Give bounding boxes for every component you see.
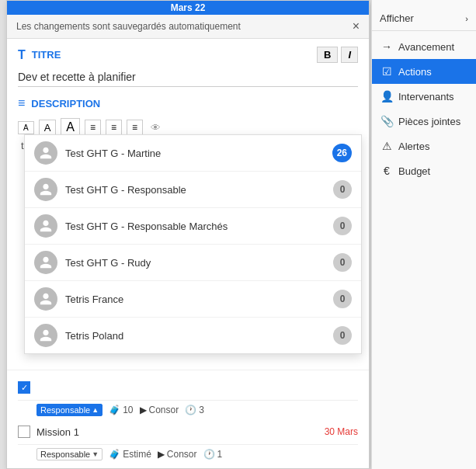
sidebar-item-actions[interactable]: ☑ Actions [372, 59, 476, 84]
responsable-label-1: Responsable [40, 450, 90, 459]
font-small-button[interactable]: A [18, 121, 34, 134]
title-toolbar: B I [317, 47, 358, 63]
dropdown-badge-4: 0 [333, 290, 352, 308]
bag-icon-0: 🧳 [109, 405, 120, 415]
title-section-row: T TITRE B I [18, 47, 358, 63]
consor-arrow-0: ▶ [140, 405, 147, 415]
action-meta-1: Responsable ▼ 🧳 Estimé ▶ Consor 🕐 1 [18, 445, 358, 464]
title-icon: T [18, 48, 26, 62]
bag-count-0: 10 [123, 405, 133, 415]
action-text-1: Mission 1 [36, 426, 79, 438]
alertes-icon: ⚠ [380, 140, 394, 152]
intervenants-label: Intervenants [398, 91, 454, 102]
consor-label-1: Consor [167, 449, 197, 460]
autosave-message: Les changements sont sauvegardés automat… [16, 21, 241, 32]
sidebar-header: Afficher › [372, 6, 476, 31]
eye-icon: 👁 [151, 122, 161, 134]
dropdown-item-2[interactable]: Test GHT G - Responsable Marchés 0 [25, 208, 361, 245]
clock-meta-0: 🕐 3 [185, 405, 204, 415]
modal-top-bar: Mars 22 [7, 1, 369, 15]
bag-icon-1: 🧳 [109, 449, 120, 460]
checkbox-1[interactable] [18, 426, 30, 438]
dropdown-badge-3: 0 [333, 253, 352, 272]
italic-button[interactable]: I [341, 47, 358, 63]
close-button[interactable]: × [353, 19, 360, 33]
consor-label-0: Consor [149, 405, 179, 415]
avatar-4 [34, 287, 57, 311]
dropdown-name-4: Tetris France [65, 294, 325, 305]
responsable-select-1[interactable]: Responsable ▼ [36, 448, 102, 460]
actions-icon: ☑ [380, 65, 394, 78]
top-bar-title: Mars 22 [171, 2, 206, 13]
clock-count-1: 1 [217, 449, 223, 460]
bold-button[interactable]: B [317, 47, 338, 63]
desc-section-row: ≡ DESCRIPTION [18, 96, 358, 110]
intervenants-icon: 👤 [380, 90, 394, 102]
sidebar-item-budget[interactable]: € Budget [372, 158, 476, 183]
desc-icon: ≡ [18, 96, 25, 110]
right-sidebar: Afficher › → Avancement ☑ Actions 👤 Inte… [371, 0, 476, 469]
dropdown-item-0[interactable]: Test GHT G - Martine 26 [25, 135, 361, 172]
consor-meta-0: ▶ Consor [140, 405, 179, 415]
afficher-label: Afficher [380, 12, 414, 24]
align-left-button[interactable]: ≡ [85, 120, 101, 135]
dropdown-name-5: Tetris Poland [65, 330, 325, 342]
avatar-1 [34, 178, 57, 201]
avatar-5 [34, 324, 57, 347]
dropdown-badge-0: 26 [332, 144, 352, 162]
responsable-arrow-0: ▲ [92, 406, 99, 414]
clock-icon-0: 🕐 [185, 405, 196, 415]
clock-count-0: 3 [199, 405, 204, 415]
title-section-label: TITRE [32, 49, 61, 61]
action-date-1: 30 Mars [325, 426, 358, 437]
consor-meta-1: ▶ Consor [158, 449, 197, 460]
avancement-icon: → [380, 40, 394, 53]
budget-icon: € [380, 165, 394, 177]
actions-label: Actions [398, 66, 432, 78]
avatar-0 [34, 141, 57, 165]
dropdown-name-2: Test GHT G - Responsable Marchés [65, 221, 325, 232]
sidebar-item-pieces-jointes[interactable]: 📎 Pièces jointes [372, 109, 476, 134]
dropdown-overlay: Test GHT G - Martine 26 Test GHT G - Res… [24, 134, 362, 354]
dropdown-item-4[interactable]: Tetris France 0 [25, 281, 361, 318]
main-modal: Mars 22 Les changements sont sauvegardés… [6, 0, 370, 469]
afficher-arrow: › [465, 14, 468, 23]
dropdown-badge-5: 0 [333, 326, 352, 345]
action-row-0: ✓ [18, 375, 358, 401]
bottom-section: ✓ Responsable ▲ 🧳 10 ▶ Consor 🕐 3 [7, 370, 369, 468]
budget-label: Budget [398, 165, 430, 177]
sidebar-item-alertes[interactable]: ⚠ Alertes [372, 134, 476, 158]
responsable-select-0[interactable]: Responsable ▲ [36, 404, 102, 416]
dropdown-badge-1: 0 [333, 180, 352, 199]
sidebar-item-avancement[interactable]: → Avancement [372, 34, 476, 59]
bag-label-1: Estimé [123, 449, 151, 460]
dropdown-badge-2: 0 [333, 217, 352, 235]
avatar-3 [34, 251, 57, 274]
bag-meta-0: 🧳 10 [109, 405, 133, 415]
avatar-2 [34, 214, 57, 238]
dropdown-item-3[interactable]: Test GHT G - Rudy 0 [25, 245, 361, 281]
clock-icon-1: 🕐 [203, 449, 215, 460]
align-center-button[interactable]: ≡ [106, 120, 122, 135]
dropdown-name-1: Test GHT G - Responsable [65, 184, 325, 196]
avancement-label: Avancement [398, 41, 454, 53]
checkbox-0[interactable]: ✓ [18, 381, 30, 394]
clock-meta-1: 🕐 1 [203, 449, 223, 460]
action-row-1: Mission 1 30 Mars [18, 419, 358, 445]
responsable-arrow-1: ▼ [92, 450, 99, 458]
dropdown-name-3: Test GHT G - Rudy [65, 257, 325, 269]
dropdown-name-0: Test GHT G - Martine [65, 148, 325, 159]
action-meta-0: Responsable ▲ 🧳 10 ▶ Consor 🕐 3 [18, 401, 358, 419]
font-med-button[interactable]: A [39, 120, 57, 136]
pieces-jointes-label: Pièces jointes [398, 116, 460, 127]
modal-header: Les changements sont sauvegardés automat… [7, 15, 369, 39]
dropdown-item-1[interactable]: Test GHT G - Responsable 0 [25, 172, 361, 208]
desc-section-label: DESCRIPTION [31, 98, 100, 109]
align-right-button[interactable]: ≡ [127, 120, 143, 135]
consor-arrow-1: ▶ [158, 449, 165, 460]
sidebar-item-intervenants[interactable]: 👤 Intervenants [372, 84, 476, 109]
responsable-label-0: Responsable [40, 405, 90, 415]
dropdown-item-5[interactable]: Tetris Poland 0 [25, 318, 361, 353]
bag-meta-1: 🧳 Estimé [109, 449, 151, 460]
title-input[interactable] [18, 68, 358, 87]
